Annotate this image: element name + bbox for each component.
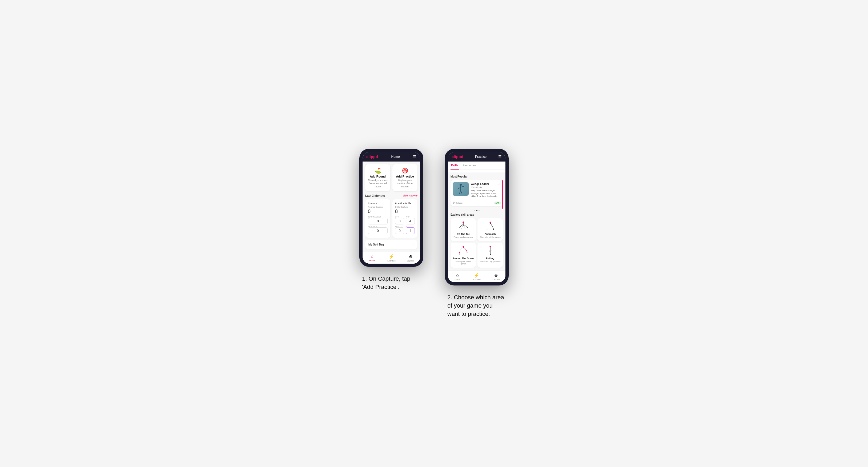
svg-line-4 bbox=[459, 191, 461, 194]
golf-bag-label: My Golf Bag bbox=[368, 243, 384, 246]
phone2-bottom-nav: ⌂ Home ⚡ Activities ⊕ Capture bbox=[448, 270, 505, 282]
add-round-icon: ⛳ bbox=[367, 167, 388, 174]
svg-point-13 bbox=[493, 229, 494, 230]
skill-putting[interactable]: Putting Make and lag practice bbox=[477, 243, 503, 268]
ott-label: OTT bbox=[395, 216, 404, 218]
svg-point-17 bbox=[467, 252, 467, 253]
tab-drills[interactable]: Drills bbox=[451, 161, 459, 169]
nav-capture-1[interactable]: ⊕ Capture bbox=[401, 252, 420, 263]
most-popular-label: Most Popular bbox=[451, 175, 503, 178]
rounds-capture-label: Rounds Capture bbox=[368, 206, 388, 208]
star-icon[interactable]: ☆ bbox=[498, 182, 501, 186]
phone1-logo: clippd bbox=[366, 155, 378, 159]
add-practice-title: Add Practice bbox=[395, 175, 415, 178]
atg-subtitle: Hone your short game bbox=[453, 260, 474, 265]
carousel-dots bbox=[451, 209, 503, 213]
drills-capture-label: Drills Capture bbox=[395, 206, 415, 208]
dot-2 bbox=[476, 210, 477, 211]
featured-footer: ⏱ 9 shots APP bbox=[451, 200, 503, 206]
rounds-sub-stats: Tournament 0 Practice 0 bbox=[368, 216, 388, 234]
ott-subtitle: Power and accuracy bbox=[453, 236, 474, 238]
activities-nav-icon-2: ⚡ bbox=[474, 273, 479, 278]
phone1-section: clippd Home ☰ ⛳ Add Round Record your sh… bbox=[359, 149, 423, 291]
approach-subtitle: Dial-in to hit the green bbox=[479, 236, 501, 238]
arg-label: ARG bbox=[395, 225, 404, 227]
home-nav-icon-2: ⌂ bbox=[456, 273, 459, 278]
add-practice-card[interactable]: 🎯 Add Practice Capture your practice off… bbox=[393, 164, 417, 191]
atg-icon-area bbox=[453, 245, 474, 256]
home-nav-icon-1: ⌂ bbox=[371, 254, 373, 259]
phone1-bottom-nav: ⌂ Home ⚡ Activities ⊕ Capture bbox=[363, 252, 420, 263]
phone2-menu-icon[interactable]: ☰ bbox=[498, 155, 502, 159]
nav-activities-1[interactable]: ⚡ Activities bbox=[382, 252, 401, 263]
add-round-title: Add Round bbox=[367, 175, 388, 178]
featured-card-content: Wedge Ladder ☆ 50–100 yds Play 1 shot at… bbox=[451, 180, 503, 200]
ott-stat: OTT 0 bbox=[395, 216, 404, 224]
phone2-header-title: Practice bbox=[475, 155, 487, 159]
tab-favourites[interactable]: Favourites bbox=[462, 161, 477, 169]
featured-desc: Play 1 shot at each target yardage. If y… bbox=[471, 189, 501, 197]
clock-icon: ⏱ bbox=[453, 202, 455, 204]
approach-title: Approach bbox=[479, 233, 501, 236]
drills-value: 8 bbox=[395, 209, 415, 214]
activities-nav-label-1: Activities bbox=[387, 260, 396, 262]
golf-bag-row[interactable]: My Golf Bag › bbox=[365, 240, 417, 249]
practice-label: Practice bbox=[368, 225, 388, 227]
add-practice-subtitle: Capture your practice off-the-course bbox=[395, 179, 415, 188]
phone1-menu-icon[interactable]: ☰ bbox=[413, 155, 416, 159]
svg-point-0 bbox=[460, 184, 462, 186]
svg-point-14 bbox=[487, 229, 487, 230]
nav-activities-2[interactable]: ⚡ Activities bbox=[467, 271, 486, 282]
phone1-frame: clippd Home ☰ ⛳ Add Round Record your sh… bbox=[359, 149, 423, 267]
svg-point-6 bbox=[463, 221, 464, 223]
svg-point-22 bbox=[490, 254, 491, 255]
activities-nav-label-2: Activities bbox=[472, 278, 481, 281]
putt-stat: PUTT 4 bbox=[406, 225, 415, 234]
tournament-value: 0 bbox=[368, 218, 388, 224]
phone1-caption: 1. On Capture, tap 'Add Practice'. bbox=[362, 275, 421, 291]
rounds-value: 0 bbox=[368, 209, 388, 214]
svg-point-16 bbox=[459, 252, 460, 253]
vertical-bar bbox=[502, 180, 503, 209]
arg-value: 0 bbox=[395, 227, 404, 234]
tabs-row: Drills Favourites bbox=[448, 161, 505, 170]
skill-atg[interactable]: Around The Green Hone your short game bbox=[451, 243, 476, 268]
featured-info: Wedge Ladder ☆ 50–100 yds Play 1 shot at… bbox=[471, 182, 501, 197]
view-activity-link[interactable]: View Activity bbox=[403, 194, 417, 197]
svg-point-12 bbox=[490, 222, 491, 223]
arg-stat: ARG 0 bbox=[395, 225, 404, 234]
add-practice-icon: 🎯 bbox=[395, 167, 415, 174]
phone2-section: clippd Practice ☰ Drills Favourites Most… bbox=[445, 149, 509, 318]
app-badge: APP bbox=[494, 201, 501, 205]
rounds-sub-row-1: Tournament 0 bbox=[368, 216, 388, 224]
rounds-sub-row-2: Practice 0 bbox=[368, 225, 388, 234]
phone1-header-title: Home bbox=[391, 155, 400, 159]
phone1-screen: clippd Home ☰ ⛳ Add Round Record your sh… bbox=[363, 152, 420, 263]
drills-title: Practice Drills bbox=[395, 202, 415, 205]
putting-icon-area bbox=[479, 245, 501, 256]
home-nav-label-1: Home bbox=[369, 259, 375, 262]
featured-img bbox=[453, 182, 469, 196]
page-container: clippd Home ☰ ⛳ Add Round Record your sh… bbox=[359, 149, 509, 318]
nav-home-1[interactable]: ⌂ Home bbox=[363, 252, 382, 263]
practice-stat: Practice 0 bbox=[368, 225, 388, 234]
activities-nav-icon-1: ⚡ bbox=[389, 254, 394, 259]
app-label: APP bbox=[406, 216, 415, 218]
activity-section-header: Last 3 Months View Activity bbox=[365, 194, 417, 197]
featured-card[interactable]: Wedge Ladder ☆ 50–100 yds Play 1 shot at… bbox=[451, 180, 503, 206]
phone2-header: clippd Practice ☰ bbox=[448, 152, 505, 161]
nav-capture-2[interactable]: ⊕ Capture bbox=[486, 271, 505, 282]
add-round-card[interactable]: ⛳ Add Round Record your shots fast or en… bbox=[365, 164, 390, 191]
ott-icon-area bbox=[453, 221, 474, 231]
add-round-subtitle: Record your shots fast or enhanced mode bbox=[367, 179, 388, 188]
skill-off-the-tee[interactable]: Off The Tee Power and accuracy bbox=[451, 218, 476, 241]
phone2-caption: 2. Choose which area of your game you wa… bbox=[447, 293, 506, 318]
stats-row: Rounds Rounds Capture 0 Tournament 0 bbox=[365, 199, 417, 238]
capture-nav-icon-2: ⊕ bbox=[494, 273, 498, 278]
phone2-screen: clippd Practice ☰ Drills Favourites Most… bbox=[448, 152, 505, 282]
putt-value: 4 bbox=[406, 227, 415, 234]
last-3-months-label: Last 3 Months bbox=[365, 194, 385, 197]
nav-home-2[interactable]: ⌂ Home bbox=[448, 271, 467, 282]
phone1-header: clippd Home ☰ bbox=[363, 152, 420, 161]
skill-approach[interactable]: Approach Dial-in to hit the green bbox=[477, 218, 503, 241]
